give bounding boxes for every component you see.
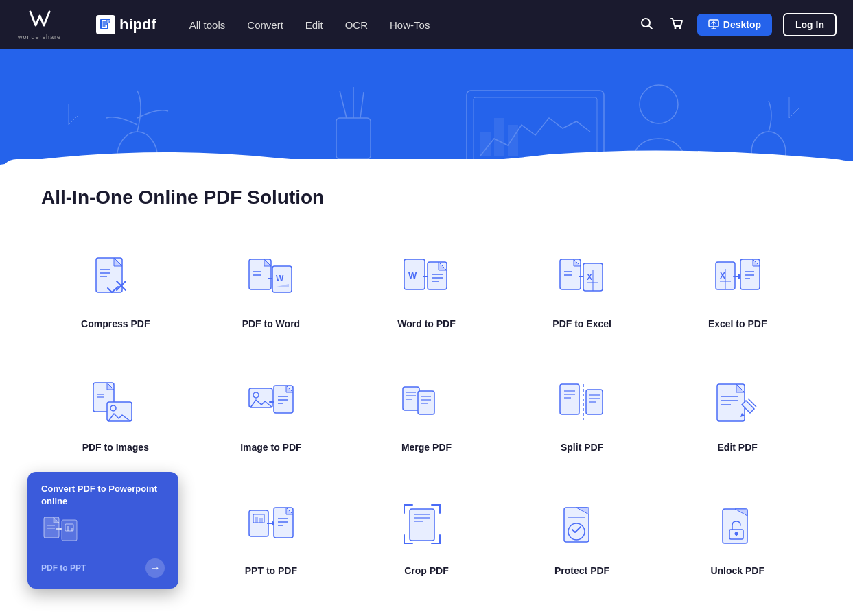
- unlock-pdf-label: Unlock PDF: [710, 565, 764, 576]
- nav-convert[interactable]: Convert: [247, 16, 283, 34]
- image-to-pdf-icon: [244, 376, 299, 431]
- svg-rect-62: [403, 387, 419, 410]
- tool-unlock-pdf[interactable]: Unlock PDF: [663, 483, 812, 593]
- header: wondershare hipdf All tools Convert Edit…: [0, 0, 853, 49]
- protect-pdf-icon: [554, 499, 609, 554]
- desktop-button[interactable]: Desktop: [697, 14, 772, 36]
- svg-line-9: [360, 92, 364, 118]
- excel-to-pdf-icon: X: [710, 252, 765, 307]
- svg-point-2: [674, 27, 676, 29]
- tooltip-card[interactable]: Convert PDF to Powerpoint online PDF to …: [27, 472, 178, 589]
- page-title: All-In-One Online PDF Solution: [41, 187, 812, 209]
- header-actions: Desktop Log In: [637, 13, 837, 36]
- image-to-pdf-label: Image to PDF: [240, 442, 301, 453]
- tool-pdf-to-images[interactable]: PDF to Images: [41, 359, 190, 469]
- tool-ppt-to-pdf[interactable]: PPT to PDF: [197, 483, 346, 593]
- tool-protect-pdf[interactable]: Protect PDF: [508, 483, 657, 593]
- tool-crop-pdf[interactable]: Crop PDF: [352, 483, 501, 593]
- tooltip-thumb-icon: [41, 513, 82, 547]
- unlock-pdf-icon: [710, 499, 765, 554]
- main-nav: All tools Convert Edit OCR How-Tos: [189, 16, 430, 34]
- protect-pdf-label: Protect PDF: [554, 565, 609, 576]
- pdf-to-word-label: PDF to Word: [242, 318, 301, 329]
- nav-all-tools[interactable]: All tools: [189, 16, 226, 34]
- tool-split-pdf[interactable]: Split PDF: [508, 359, 657, 469]
- tool-edit-pdf[interactable]: Edit PDF: [663, 359, 812, 469]
- edit-pdf-label: Edit PDF: [718, 442, 758, 453]
- svg-rect-96: [259, 518, 263, 523]
- edit-pdf-icon: [710, 376, 765, 431]
- svg-rect-29: [428, 262, 447, 289]
- ppt-to-pdf-icon: [244, 499, 299, 554]
- ws-brand-text: wondershare: [18, 34, 61, 40]
- svg-rect-95: [255, 517, 258, 523]
- pdf-to-images-label: PDF to Images: [82, 442, 149, 453]
- excel-to-pdf-label: Excel to PDF: [708, 318, 767, 329]
- crop-pdf-label: Crop PDF: [404, 565, 449, 576]
- svg-text:X: X: [587, 272, 592, 282]
- svg-rect-112: [736, 534, 737, 536]
- svg-rect-67: [418, 391, 434, 414]
- svg-text:W: W: [276, 274, 284, 283]
- svg-rect-102: [410, 509, 434, 541]
- compress-pdf-label: Compress PDF: [81, 318, 150, 329]
- svg-rect-71: [560, 384, 579, 414]
- compress-pdf-icon: [88, 252, 143, 307]
- split-pdf-label: Split PDF: [561, 442, 603, 453]
- tooltip-label: PDF to PPT: [41, 563, 86, 573]
- split-pdf-icon: [554, 376, 609, 431]
- pdf-to-word-icon: W: [244, 252, 299, 307]
- svg-rect-119: [67, 526, 69, 531]
- tool-word-to-pdf[interactable]: W Word to PDF: [352, 236, 501, 346]
- hipdf-icon: [96, 15, 115, 34]
- tool-pdf-to-excel[interactable]: X PDF to Excel: [508, 236, 657, 346]
- tool-excel-to-pdf[interactable]: X Excel to PDF: [663, 236, 812, 346]
- nav-how-tos[interactable]: How-Tos: [390, 16, 430, 34]
- cart-button[interactable]: [667, 14, 686, 36]
- hipdf-brand-text: hipdf: [119, 16, 156, 34]
- svg-line-7: [340, 91, 347, 118]
- nav-edit[interactable]: Edit: [305, 16, 323, 34]
- search-button[interactable]: [637, 14, 656, 36]
- hipdf-logo[interactable]: hipdf: [96, 15, 156, 34]
- svg-rect-120: [71, 528, 73, 531]
- tooltip-title: Convert PDF to Powerpoint online: [41, 483, 165, 508]
- login-button[interactable]: Log In: [783, 13, 837, 36]
- word-to-pdf-label: Word to PDF: [397, 318, 456, 329]
- crop-pdf-icon: [399, 499, 454, 554]
- nav-ocr[interactable]: OCR: [345, 16, 368, 34]
- tooltip-arrow-button[interactable]: →: [145, 558, 165, 578]
- pdf-to-excel-icon: X: [554, 252, 609, 307]
- svg-text:X: X: [720, 271, 725, 281]
- svg-text:W: W: [408, 270, 417, 281]
- wondershare-logo: wondershare: [16, 0, 71, 49]
- svg-point-1: [642, 19, 650, 27]
- word-to-pdf-icon: W: [399, 252, 454, 307]
- ppt-to-pdf-label: PPT to PDF: [245, 565, 297, 576]
- merge-pdf-icon: [399, 376, 454, 431]
- desktop-btn-label: Desktop: [723, 19, 761, 30]
- svg-point-3: [679, 27, 681, 29]
- tool-compress-pdf[interactable]: Compress PDF: [41, 236, 190, 346]
- svg-point-15: [640, 85, 678, 123]
- tooltip-bottom: PDF to PPT →: [41, 558, 165, 578]
- tool-merge-pdf[interactable]: Merge PDF: [352, 359, 501, 469]
- pdf-to-images-icon: [88, 376, 143, 431]
- pdf-to-excel-label: PDF to Excel: [552, 318, 611, 329]
- ws-icon: [27, 9, 52, 32]
- merge-pdf-label: Merge PDF: [401, 442, 452, 453]
- tool-pdf-to-word[interactable]: W PDF to Word: [197, 236, 346, 346]
- tool-image-to-pdf[interactable]: Image to PDF: [197, 359, 346, 469]
